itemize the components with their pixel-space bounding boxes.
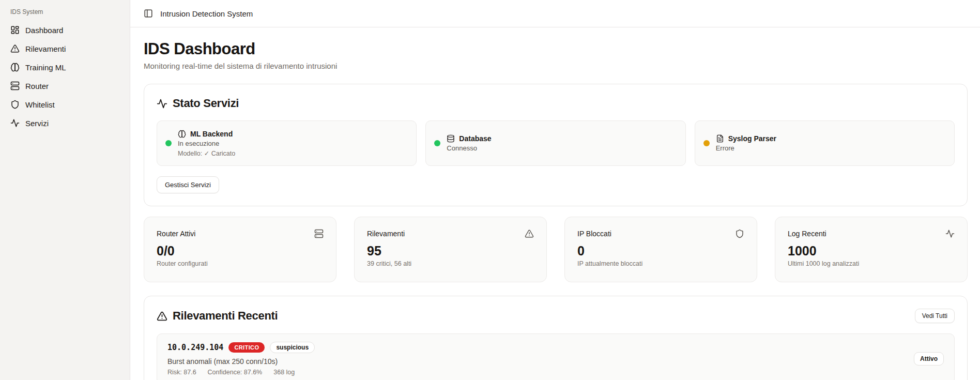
stat-value: 95 [367, 244, 534, 259]
services-grid: ML Backend In esecuzione Modello: ✓ Cari… [157, 120, 955, 166]
shield-icon [10, 100, 20, 109]
detection-ip: 10.0.249.104 [167, 343, 223, 352]
stat-label: Rilevamenti [367, 230, 405, 238]
service-name: Database [459, 134, 491, 143]
sidebar-item-rilevamenti[interactable]: Rilevamenti [6, 39, 124, 58]
detection-row: 10.0.249.104 CRITICO suspicious Burst an… [157, 333, 955, 380]
alert-triangle-icon [157, 311, 167, 322]
services-section: Stato Servizi ML Backend In esecuzione M… [144, 84, 968, 206]
sidebar-item-servizi[interactable]: Servizi [6, 114, 124, 132]
activity-icon [10, 118, 20, 128]
detection-log-count: 368 log [273, 369, 295, 376]
state-badge: Attivo [914, 352, 944, 366]
layout-dashboard-icon [10, 25, 20, 35]
stat-label: IP Bloccati [577, 230, 611, 238]
service-detail: Modello: ✓ Caricato [178, 149, 235, 157]
severity-badge: CRITICO [228, 342, 265, 353]
database-icon [447, 134, 455, 143]
manage-services-button[interactable]: Gestisci Servizi [157, 176, 219, 193]
service-status: Connesso [447, 144, 491, 152]
sidebar-item-label: Whitelist [25, 100, 55, 109]
status-dot-error [703, 140, 710, 146]
stat-card-rilevamenti: Rilevamenti 95 39 critici, 56 alti [354, 217, 547, 282]
service-card-ml-backend: ML Backend In esecuzione Modello: ✓ Cari… [157, 120, 417, 166]
stat-label: Log Recenti [788, 230, 826, 238]
sidebar-item-label: Rilevamenti [25, 44, 66, 53]
sidebar-item-label: Router [25, 82, 49, 90]
stat-label: Router Attivi [157, 230, 195, 238]
sidebar-item-training-ml[interactable]: Training ML [6, 58, 124, 77]
page-title: IDS Dashboard [144, 40, 968, 58]
detections-section-title: Rilevamenti Recenti [173, 309, 278, 323]
sidebar-item-label: Servizi [25, 119, 49, 128]
alert-triangle-icon [525, 229, 534, 238]
stat-value: 1000 [788, 244, 955, 259]
sidebar-item-label: Dashboard [25, 26, 63, 35]
file-text-icon [716, 134, 724, 143]
detection-stats: Risk: 87.6 Confidence: 87.6% 368 log [167, 369, 315, 376]
activity-icon [157, 98, 167, 109]
brain-icon [10, 63, 20, 72]
stat-sub: IP attualmente bloccati [577, 260, 744, 267]
sidebar: IDS System Dashboard Rilevamenti Trainin… [0, 0, 130, 380]
stat-sub: Ultimi 1000 log analizzati [788, 260, 955, 267]
stat-sub: 39 critici, 56 alti [367, 260, 534, 267]
view-all-button[interactable]: Vedi Tutti [915, 309, 955, 323]
tag-badge: suspicious [270, 342, 315, 353]
detection-description: Burst anomali (max 250 conn/10s) [167, 357, 315, 366]
stat-card-log-recenti: Log Recenti 1000 Ultimi 1000 log analizz… [775, 217, 968, 282]
detection-risk: Risk: 87.6 [167, 369, 196, 376]
stat-value: 0 [577, 244, 744, 259]
stat-card-ip-bloccati: IP Bloccati 0 IP attualmente bloccati [564, 217, 757, 282]
brain-icon [178, 130, 186, 138]
sidebar-brand: IDS System [6, 4, 124, 21]
activity-icon [945, 229, 955, 238]
shield-icon [735, 229, 744, 238]
service-status: Errore [716, 144, 776, 152]
stat-sub: Router configurati [157, 260, 324, 267]
server-icon [314, 229, 324, 238]
service-status: In esecuzione [178, 140, 235, 147]
page-subtitle: Monitoring real-time del sistema di rile… [144, 62, 968, 70]
service-name: ML Backend [190, 130, 233, 138]
sidebar-item-dashboard[interactable]: Dashboard [6, 21, 124, 39]
sidebar-nav: Dashboard Rilevamenti Training ML Router… [6, 21, 124, 132]
main-content: IDS Dashboard Monitoring real-time del s… [130, 27, 980, 380]
alert-triangle-icon [10, 44, 20, 53]
status-dot-connected [434, 140, 440, 146]
detection-confidence: Confidence: 87.6% [208, 369, 263, 376]
sidebar-item-router[interactable]: Router [6, 77, 124, 95]
topbar-title: Intrusion Detection System [160, 9, 253, 18]
stat-value: 0/0 [157, 244, 324, 259]
service-card-database: Database Connesso [425, 120, 685, 166]
services-section-title: Stato Servizi [173, 97, 239, 110]
sidebar-item-whitelist[interactable]: Whitelist [6, 95, 124, 114]
service-card-syslog-parser: Syslog Parser Errore [695, 120, 955, 166]
detections-section: Rilevamenti Recenti Vedi Tutti 10.0.249.… [144, 296, 968, 380]
sidebar-item-label: Training ML [25, 63, 66, 72]
topbar: Intrusion Detection System [130, 0, 980, 27]
stats-grid: Router Attivi 0/0 Router configurati Ril… [144, 217, 968, 282]
sidebar-toggle-icon[interactable] [144, 9, 153, 18]
service-name: Syslog Parser [728, 134, 776, 143]
stat-card-router-attivi: Router Attivi 0/0 Router configurati [144, 217, 336, 282]
status-dot-running [165, 140, 172, 146]
server-icon [10, 81, 20, 90]
